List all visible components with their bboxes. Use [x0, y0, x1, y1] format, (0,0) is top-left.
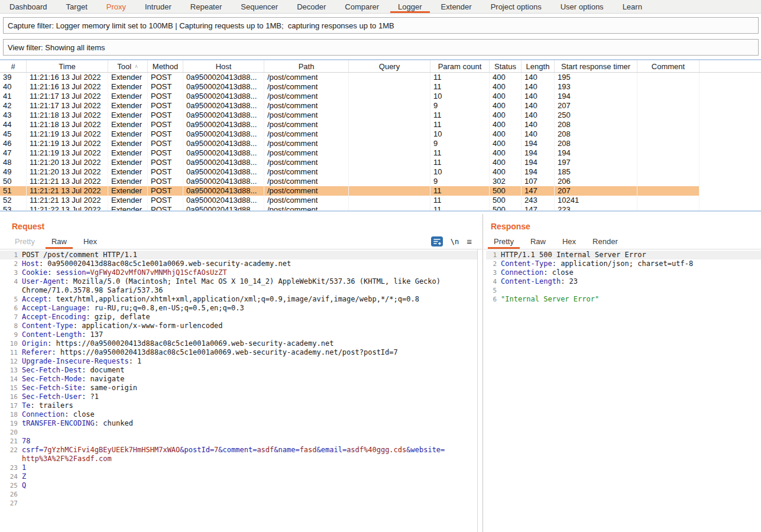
table-row[interactable]: 4611:21:19 13 Jul 2022ExtenderPOST0a9500…: [0, 139, 700, 148]
table-cell[interactable]: 0a9500020413d88...: [183, 111, 264, 120]
table-cell[interactable]: POST: [148, 120, 183, 129]
table-cell[interactable]: POST: [148, 205, 183, 212]
table-cell[interactable]: 223: [555, 205, 637, 212]
table-cell[interactable]: 400: [490, 148, 522, 158]
table-row[interactable]: 3911:21:16 13 Jul 2022ExtenderPOST0a9500…: [0, 73, 700, 82]
tab-target[interactable]: Target: [57, 0, 97, 13]
table-cell[interactable]: [637, 177, 700, 186]
table-cell[interactable]: /post/comment: [264, 196, 349, 205]
table-cell[interactable]: Extender: [108, 120, 148, 129]
table-row[interactable]: 4511:21:19 13 Jul 2022ExtenderPOST0a9500…: [0, 129, 700, 139]
tab-user-options[interactable]: User options: [551, 0, 613, 13]
table-cell[interactable]: 185: [555, 167, 637, 177]
table-cell[interactable]: POST: [148, 92, 183, 101]
table-cell[interactable]: Extender: [108, 177, 148, 186]
table-cell[interactable]: 206: [555, 177, 637, 186]
table-cell[interactable]: /post/comment: [264, 139, 349, 148]
table-cell[interactable]: 140: [522, 120, 555, 129]
table-cell[interactable]: 400: [490, 120, 522, 129]
table-cell[interactable]: 11: [430, 205, 490, 212]
tab-sequencer[interactable]: Sequencer: [231, 0, 287, 13]
table-cell[interactable]: 400: [490, 82, 522, 92]
table-cell[interactable]: POST: [148, 139, 183, 148]
table-cell[interactable]: 47: [0, 148, 27, 158]
table-cell[interactable]: /post/comment: [264, 129, 349, 139]
table-cell[interactable]: 9: [430, 101, 490, 111]
tab-hex[interactable]: Hex: [75, 234, 105, 249]
table-row[interactable]: 4111:21:17 13 Jul 2022ExtenderPOST0a9500…: [0, 92, 700, 101]
column-header--[interactable]: #: [0, 60, 27, 72]
table-cell[interactable]: [349, 205, 430, 212]
table-cell[interactable]: Extender: [108, 158, 148, 167]
column-header-param-count[interactable]: Param count: [430, 60, 490, 72]
table-cell[interactable]: 11:21:18 13 Jul 2022: [27, 111, 108, 120]
table-cell[interactable]: POST: [148, 177, 183, 186]
table-cell[interactable]: 9: [430, 139, 490, 148]
table-cell[interactable]: /post/comment: [264, 205, 349, 212]
table-cell[interactable]: Extender: [108, 129, 148, 139]
table-cell[interactable]: [349, 177, 430, 186]
table-cell[interactable]: Extender: [108, 167, 148, 177]
table-cell[interactable]: 0a9500020413d88...: [183, 158, 264, 167]
table-cell[interactable]: 11:21:22 13 Jul 2022: [27, 205, 108, 212]
hamburger-menu-icon[interactable]: ≡: [467, 237, 472, 246]
table-cell[interactable]: /post/comment: [264, 73, 349, 82]
table-cell[interactable]: 0a9500020413d88...: [183, 139, 264, 148]
table-cell[interactable]: 0a9500020413d88...: [183, 82, 264, 92]
tab-extender[interactable]: Extender: [432, 0, 481, 13]
table-cell[interactable]: 0a9500020413d88...: [183, 101, 264, 111]
table-cell[interactable]: 0a9500020413d88...: [183, 92, 264, 101]
table-row[interactable]: 5111:21:21 13 Jul 2022ExtenderPOST0a9500…: [0, 186, 700, 196]
table-cell[interactable]: [349, 186, 430, 196]
table-cell[interactable]: 11:21:19 13 Jul 2022: [27, 129, 108, 139]
table-cell[interactable]: 208: [555, 120, 637, 129]
table-cell[interactable]: 400: [490, 92, 522, 101]
table-cell[interactable]: 0a9500020413d88...: [183, 148, 264, 158]
table-cell[interactable]: 52: [0, 196, 27, 205]
table-cell[interactable]: 140: [522, 101, 555, 111]
table-cell[interactable]: /post/comment: [264, 92, 349, 101]
table-cell[interactable]: 11: [430, 186, 490, 196]
table-cell[interactable]: 140: [522, 82, 555, 92]
newline-toggle-icon[interactable]: \n: [451, 238, 459, 246]
table-row[interactable]: 4011:21:16 13 Jul 2022ExtenderPOST0a9500…: [0, 82, 700, 92]
table-cell[interactable]: 40: [0, 82, 27, 92]
table-cell[interactable]: Extender: [108, 92, 148, 101]
table-cell[interactable]: 11: [430, 196, 490, 205]
table-cell[interactable]: [349, 167, 430, 177]
table-cell[interactable]: /post/comment: [264, 186, 349, 196]
table-cell[interactable]: 194: [522, 139, 555, 148]
table-cell[interactable]: 243: [522, 196, 555, 205]
table-cell[interactable]: POST: [148, 186, 183, 196]
table-cell[interactable]: 400: [490, 139, 522, 148]
table-cell[interactable]: [349, 101, 430, 111]
table-cell[interactable]: 140: [522, 73, 555, 82]
column-header-method[interactable]: Method: [148, 60, 183, 72]
table-cell[interactable]: [637, 129, 700, 139]
tab-pretty[interactable]: Pretty: [7, 234, 43, 249]
table-row[interactable]: 4711:21:19 13 Jul 2022ExtenderPOST0a9500…: [0, 148, 700, 158]
table-cell[interactable]: 11:21:17 13 Jul 2022: [27, 92, 108, 101]
column-header-tool[interactable]: Tool∧: [108, 60, 148, 72]
table-cell[interactable]: 208: [555, 139, 637, 148]
table-cell[interactable]: [637, 148, 700, 158]
table-cell[interactable]: 500: [490, 186, 522, 196]
table-cell[interactable]: 194: [555, 92, 637, 101]
table-cell[interactable]: 10: [430, 129, 490, 139]
table-cell[interactable]: /post/comment: [264, 101, 349, 111]
tab-logger[interactable]: Logger: [388, 0, 431, 13]
table-cell[interactable]: 207: [555, 101, 637, 111]
table-cell[interactable]: 500: [490, 196, 522, 205]
table-cell[interactable]: 11: [430, 158, 490, 167]
tab-raw[interactable]: Raw: [522, 234, 554, 249]
table-cell[interactable]: 207: [555, 186, 637, 196]
table-cell[interactable]: [637, 186, 700, 196]
tab-hex[interactable]: Hex: [554, 234, 584, 249]
table-cell[interactable]: 0a9500020413d88...: [183, 120, 264, 129]
column-header-comment[interactable]: Comment: [637, 60, 700, 72]
table-cell[interactable]: 49: [0, 167, 27, 177]
table-cell[interactable]: 11:21:19 13 Jul 2022: [27, 139, 108, 148]
table-cell[interactable]: /post/comment: [264, 111, 349, 120]
table-cell[interactable]: [349, 139, 430, 148]
table-cell[interactable]: [349, 196, 430, 205]
